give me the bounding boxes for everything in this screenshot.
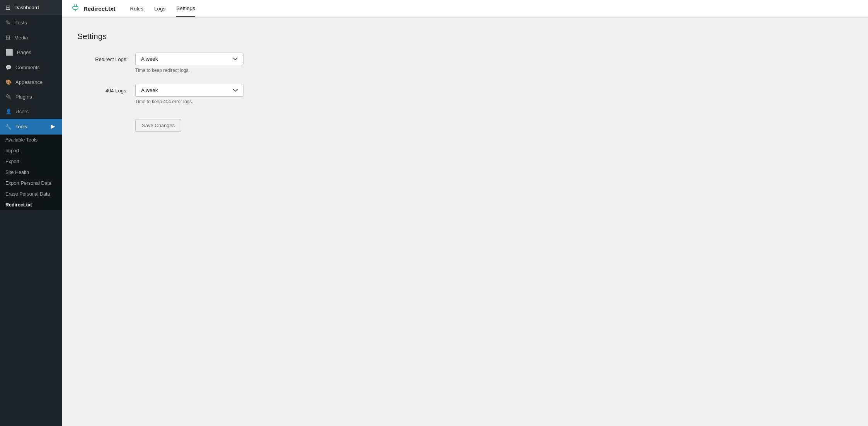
sidebar-sub-item-site-health[interactable]: Site Health: [0, 167, 62, 178]
sidebar-item-label: Users: [15, 109, 29, 114]
save-changes-button[interactable]: Save Changes: [135, 119, 181, 132]
logs-404-field-wrap: A day A week A month A year Forever Time…: [135, 84, 243, 104]
brand-icon: [71, 3, 80, 14]
sidebar-item-dashboard[interactable]: Dashboard: [0, 0, 62, 15]
topbar: Redirect.txt Rules Logs Settings: [62, 0, 868, 18]
plugins-icon: [5, 93, 12, 100]
sidebar-item-label: Plugins: [15, 94, 32, 100]
topbar-link-rules[interactable]: Rules: [130, 1, 144, 16]
redirect-logs-field-wrap: A day A week A month A year Forever Time…: [135, 53, 243, 73]
users-icon: [5, 108, 12, 115]
media-icon: [5, 34, 10, 41]
topbar-link-logs[interactable]: Logs: [154, 1, 165, 16]
sidebar-item-label: Pages: [17, 49, 31, 55]
logs-404-label: 404 Logs:: [77, 84, 128, 94]
topbar-brand-label: Redirect.txt: [83, 5, 116, 12]
comments-icon: [5, 64, 12, 71]
pages-icon: [5, 49, 13, 56]
tools-arrow-icon: ►: [49, 123, 56, 131]
logs-404-help: Time to keep 404 error logs.: [135, 99, 243, 104]
sidebar-sub-item-redirect-txt[interactable]: Redirect.txt: [0, 199, 62, 210]
tools-sub-menu: Available Tools Import Export Site Healt…: [0, 135, 62, 210]
sidebar-item-plugins[interactable]: Plugins: [0, 89, 62, 104]
tools-icon: [5, 123, 12, 130]
sidebar-item-posts[interactable]: Posts: [0, 15, 62, 30]
sidebar-sub-item-import[interactable]: Import: [0, 145, 62, 156]
sidebar-item-media[interactable]: Media: [0, 30, 62, 45]
redirect-logs-help: Time to keep redirect logs.: [135, 68, 243, 73]
topbar-link-settings[interactable]: Settings: [176, 1, 195, 17]
logs-404-row: 404 Logs: A day A week A month A year Fo…: [77, 84, 853, 104]
sidebar-item-tools[interactable]: Tools ►: [0, 119, 62, 135]
sidebar-item-label: Posts: [14, 20, 27, 26]
page-title: Settings: [77, 32, 853, 41]
topbar-brand: Redirect.txt: [71, 3, 116, 14]
settings-form: Redirect Logs: A day A week A month A ye…: [77, 53, 853, 132]
sidebar-item-label: Comments: [15, 65, 40, 70]
sidebar-item-label: Dashboard: [14, 5, 39, 10]
redirect-logs-select[interactable]: A day A week A month A year Forever: [135, 53, 243, 65]
main-area: Redirect.txt Rules Logs Settings Setting…: [62, 0, 868, 426]
appearance-icon: [5, 78, 12, 85]
redirect-logs-row: Redirect Logs: A day A week A month A ye…: [77, 53, 853, 73]
logs-404-select[interactable]: A day A week A month A year Forever: [135, 84, 243, 97]
sidebar-item-label: Tools: [15, 124, 27, 130]
sidebar-sub-item-export-personal-data[interactable]: Export Personal Data: [0, 178, 62, 189]
sidebar-item-label: Appearance: [15, 79, 43, 85]
sidebar-item-label: Media: [14, 35, 28, 41]
sidebar-item-comments[interactable]: Comments: [0, 60, 62, 75]
sidebar-item-users[interactable]: Users: [0, 104, 62, 119]
sidebar-sub-item-available-tools[interactable]: Available Tools: [0, 135, 62, 145]
sidebar-item-pages[interactable]: Pages: [0, 45, 62, 60]
dashboard-icon: [5, 4, 10, 11]
sidebar-sub-item-erase-personal-data[interactable]: Erase Personal Data: [0, 189, 62, 199]
sidebar-item-appearance[interactable]: Appearance: [0, 75, 62, 89]
sidebar-sub-item-export[interactable]: Export: [0, 156, 62, 167]
redirect-logs-label: Redirect Logs:: [77, 53, 128, 62]
content-area: Settings Redirect Logs: A day A week A m…: [62, 18, 868, 426]
posts-icon: [5, 19, 10, 26]
sidebar: Dashboard Posts Media Pages Comments App…: [0, 0, 62, 426]
